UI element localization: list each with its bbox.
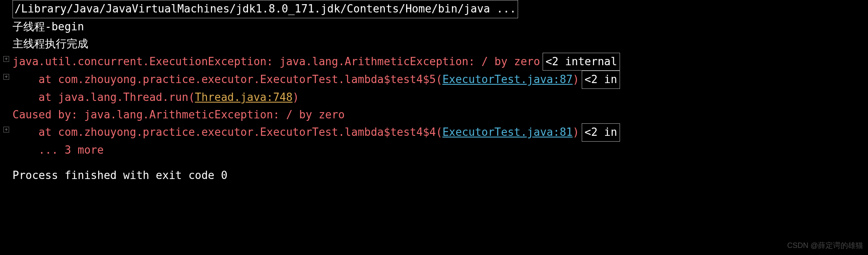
source-link[interactable]: ExecutorTest.java:87 — [442, 71, 573, 88]
source-link[interactable]: ExecutorTest.java:81 — [442, 124, 573, 141]
fold-expand-icon[interactable]: + — [3, 127, 9, 132]
gutter — [0, 35, 12, 39]
stacktrace-line: + at com.zhouyong.practice.executor.Exec… — [0, 123, 868, 142]
stdout-line: 主线程执行完成 — [0, 35, 868, 53]
fold-expand-icon[interactable]: + — [3, 56, 9, 62]
stacktrace-at: at com.zhouyong.practice.executor.Execut… — [12, 71, 442, 88]
more-text: ... 3 more — [12, 142, 104, 159]
exit-code-line: Process finished with exit code 0 — [0, 167, 868, 184]
stacktrace-more-line: ... 3 more — [0, 142, 868, 159]
output-text: 主线程执行完成 — [12, 35, 88, 53]
caused-by-line: Caused by: java.lang.ArithmeticException… — [0, 106, 868, 124]
fold-expand-icon[interactable]: + — [3, 74, 9, 80]
paren-close: ) — [293, 89, 299, 106]
gutter — [0, 167, 12, 170]
stacktrace-at: at com.zhouyong.practice.executor.Execut… — [12, 124, 442, 141]
paren-close: ) — [573, 71, 579, 88]
gutter: + — [0, 123, 12, 132]
internal-lines-badge[interactable]: <2 in — [582, 123, 620, 142]
gutter — [0, 18, 12, 22]
exception-line: + java.util.concurrent.ExecutionExceptio… — [0, 53, 868, 71]
command-header-line: /Library/Java/JavaVirtualMachines/jdk1.8… — [0, 0, 868, 18]
gutter: + — [0, 53, 12, 62]
stacktrace-line: + at com.zhouyong.practice.executor.Exec… — [0, 71, 868, 89]
exit-code-text: Process finished with exit code 0 — [12, 167, 228, 184]
exception-message: java.util.concurrent.ExecutionException:… — [12, 53, 540, 71]
source-link[interactable]: Thread.java:748 — [195, 89, 293, 106]
internal-lines-badge[interactable]: <2 internal — [543, 53, 620, 71]
gutter — [0, 142, 12, 145]
spacer — [0, 159, 868, 167]
gutter: + — [0, 71, 12, 80]
caused-by-text: Caused by: java.lang.ArithmeticException… — [12, 106, 345, 124]
java-command-path: /Library/Java/JavaVirtualMachines/jdk1.8… — [12, 0, 518, 18]
stacktrace-at: at java.lang.Thread.run( — [12, 89, 195, 106]
stdout-line: 子线程-begin — [0, 18, 868, 36]
gutter — [0, 0, 12, 3]
gutter — [0, 89, 12, 92]
paren-close: ) — [573, 124, 579, 141]
internal-lines-badge[interactable]: <2 in — [582, 71, 620, 89]
stacktrace-line: at java.lang.Thread.run(Thread.java:748) — [0, 89, 868, 106]
console-output: /Library/Java/JavaVirtualMachines/jdk1.8… — [0, 0, 868, 184]
gutter — [0, 106, 12, 110]
output-text: 子线程-begin — [12, 18, 84, 36]
